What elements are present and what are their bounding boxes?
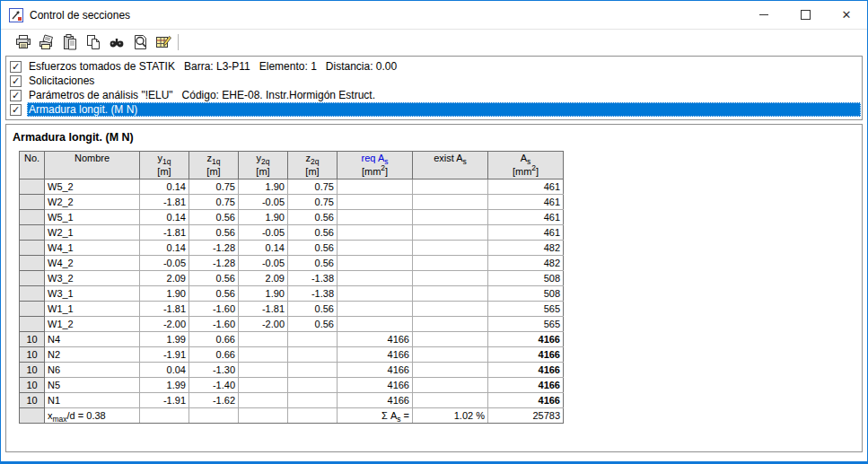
cell-exist_as <box>413 286 488 302</box>
cell-exist_as <box>413 179 488 195</box>
cell-z1q: 0.56 <box>189 271 239 286</box>
checkbox-icon[interactable]: ✓ <box>10 90 22 101</box>
table-row: 10N51.99-1.40 4166 4166 <box>20 378 564 393</box>
cell-z1q: -1.28 <box>189 241 239 256</box>
cell-y2q <box>239 393 288 408</box>
option-label[interactable]: Solicitaciones <box>27 74 861 88</box>
option-label[interactable]: Parámetros de análisis "!ELU" Código: EH… <box>27 88 861 102</box>
table-row: W5_10.140.561.900.56 461 <box>20 210 564 225</box>
cell-y2q: -0.05 <box>239 256 288 271</box>
options-panel: ✓Esfuerzos tomados de STATIK Barra: L3-P… <box>5 56 863 120</box>
print-icon <box>14 33 32 51</box>
col-header-exist_as: exist As <box>413 152 488 179</box>
cell-req_as <box>338 210 413 225</box>
cell-no <box>20 317 45 332</box>
cell-as: 461 <box>488 195 564 210</box>
cell-req_as <box>338 195 413 210</box>
cell-req_as <box>338 317 413 332</box>
table-row: 10N60.04-1.30 4166 4166 <box>20 363 564 378</box>
app-icon <box>9 8 23 22</box>
cell-as: 4166 <box>488 393 564 408</box>
cell-z2q: 0.56 <box>288 225 338 241</box>
cell-as: 4166 <box>488 378 564 393</box>
cell-y1q: 2.09 <box>140 271 189 286</box>
cell-no <box>20 302 45 317</box>
toolbar <box>1 30 867 54</box>
cell-exist_as <box>413 195 488 210</box>
checkbox-icon[interactable]: ✓ <box>10 75 22 87</box>
cell-nombre: N5 <box>45 378 140 393</box>
minimize-button[interactable] <box>743 1 785 29</box>
cell-no <box>20 210 45 225</box>
cell-y2q: 2.09 <box>239 271 288 286</box>
report-panel: Armadura longit. (M N) No. Nombre y1q[m]… <box>5 124 863 452</box>
cell-as: 565 <box>488 302 564 317</box>
cell-req_as: 4166 <box>338 363 413 378</box>
option-label[interactable]: Esfuerzos tomados de STATIK Barra: L3-P1… <box>27 59 861 74</box>
cell-exist_as: 1.02 % <box>413 408 488 424</box>
table-row: xmax/d = 0.38 Σ As =1.02 %25783 <box>20 408 564 424</box>
cell-exist_as <box>413 363 488 378</box>
cell-y2q <box>239 332 288 347</box>
option-row-3[interactable]: ✓Parámetros de análisis "!ELU" Código: E… <box>6 88 861 102</box>
cell-y2q: -2.00 <box>239 317 288 332</box>
cell-exist_as <box>413 332 488 347</box>
copy-button[interactable] <box>82 31 105 53</box>
cell-no <box>20 408 45 424</box>
cell-as: 508 <box>488 271 564 286</box>
cell-as: 565 <box>488 317 564 332</box>
zoom-page-icon <box>131 33 149 51</box>
find-button[interactable] <box>105 31 128 53</box>
option-row-1[interactable]: ✓Esfuerzos tomados de STATIK Barra: L3-P… <box>6 59 861 74</box>
close-button[interactable]: ✕ <box>826 1 867 29</box>
cell-y1q: 1.99 <box>140 378 189 393</box>
table-row: W3_11.900.561.90-1.38 508 <box>20 286 564 302</box>
option-row-4[interactable]: ✓Armadura longit. (M N) <box>6 102 861 117</box>
col-header-no: No. <box>20 152 45 179</box>
cell-y1q: -0.05 <box>140 256 189 271</box>
cell-y1q: 0.14 <box>140 241 189 256</box>
cell-z2q <box>288 378 338 393</box>
checkbox-icon[interactable]: ✓ <box>10 61 22 73</box>
cell-as: 482 <box>488 241 564 256</box>
zoom-page-button[interactable] <box>128 31 152 53</box>
cell-z1q: 0.56 <box>189 210 239 225</box>
minimize-icon <box>759 14 768 15</box>
cell-nombre: xmax/d = 0.38 <box>45 408 140 424</box>
cell-z2q: 0.56 <box>288 210 338 225</box>
dialog-window: Control de secciones ✕ <box>0 0 868 464</box>
cell-exist_as <box>413 271 488 286</box>
cell-nombre: N2 <box>45 347 140 363</box>
cell-z1q: 0.56 <box>189 225 239 241</box>
table-settings-button[interactable] <box>152 31 175 53</box>
print-preview-button[interactable] <box>35 31 58 53</box>
checkbox-icon[interactable]: ✓ <box>10 104 22 116</box>
col-header-z1q: z1q[m] <box>189 152 239 179</box>
cell-z2q <box>288 408 338 424</box>
cell-req_as <box>338 179 413 195</box>
cell-no <box>20 241 45 256</box>
cell-z2q: 0.56 <box>288 241 338 256</box>
cell-req_as: 4166 <box>338 332 413 347</box>
cell-y2q: 0.14 <box>239 241 288 256</box>
option-row-2[interactable]: ✓Solicitaciones <box>6 74 861 88</box>
cell-no <box>20 195 45 210</box>
cell-z2q: 0.75 <box>288 195 338 210</box>
maximize-button[interactable] <box>785 1 826 29</box>
cell-y2q <box>239 347 288 363</box>
cell-y1q: -1.81 <box>140 225 189 241</box>
cell-z1q: 0.75 <box>189 195 239 210</box>
cell-nombre: W2_2 <box>45 195 140 210</box>
option-label[interactable]: Armadura longit. (M N) <box>27 102 861 117</box>
table-row: W2_1-1.810.56-0.050.56 461 <box>20 225 564 241</box>
cell-z1q: 0.66 <box>189 347 239 363</box>
cell-req_as: Σ As = <box>338 408 413 424</box>
col-header-y2q: y2q[m] <box>239 152 288 179</box>
cell-z1q <box>189 408 239 424</box>
cell-y1q: 1.99 <box>140 332 189 347</box>
cell-exist_as <box>413 302 488 317</box>
paste-button[interactable] <box>58 31 82 53</box>
copy-icon <box>84 33 102 51</box>
window-controls: ✕ <box>743 1 867 29</box>
print-button[interactable] <box>12 31 35 53</box>
